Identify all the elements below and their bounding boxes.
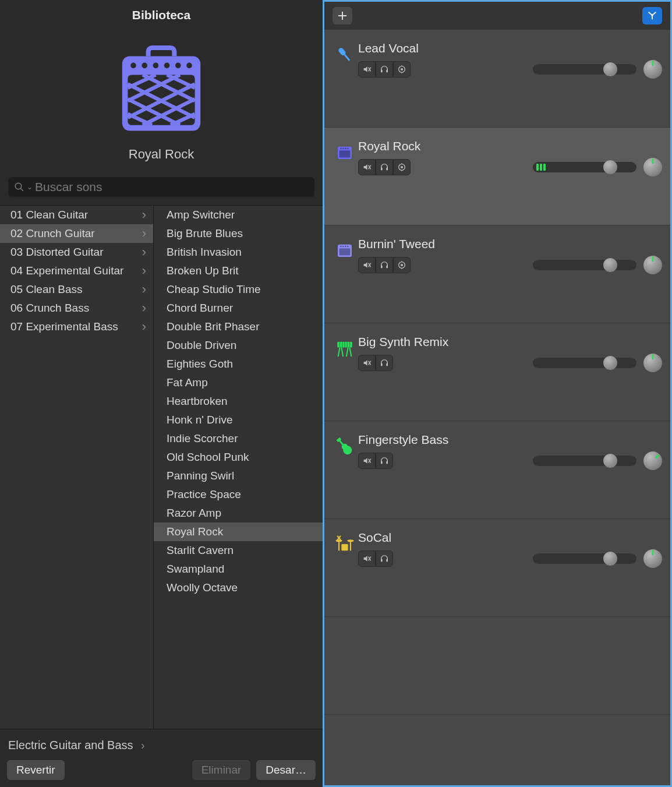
mute-button[interactable] <box>358 159 376 175</box>
library-title: Biblioteca <box>0 0 323 26</box>
mute-button[interactable] <box>358 61 376 77</box>
svg-rect-61 <box>381 363 383 366</box>
track-header[interactable]: Big Synth Remix <box>324 323 670 421</box>
preset-item[interactable]: Old School Punk <box>154 448 323 467</box>
track-header[interactable]: Fingerstyle Bass <box>324 421 670 519</box>
track-header[interactable]: Burnin' Tweed <box>324 225 670 323</box>
svg-point-3 <box>153 63 159 69</box>
category-item[interactable]: 07 Experimental Bass› <box>0 317 153 336</box>
chevron-right-icon: › <box>142 319 146 334</box>
track-buttons <box>358 453 393 469</box>
category-item[interactable]: 02 Crunch Guitar› <box>0 224 153 243</box>
track-name: Fingerstyle Bass <box>358 433 662 447</box>
category-label: 03 Distorted Guitar <box>10 246 103 259</box>
preset-item[interactable]: Double Driven <box>154 336 323 355</box>
empty-track-area[interactable] <box>324 617 670 715</box>
search-menu-chevron-icon[interactable]: ⌄ <box>27 183 33 191</box>
add-track-button[interactable] <box>333 7 352 24</box>
category-item[interactable]: 01 Clean Guitar› <box>0 206 153 224</box>
input-monitor-button[interactable] <box>393 257 411 273</box>
track-list: Lead Vocal Royal Rock Burnin' Tw <box>324 30 670 785</box>
category-item[interactable]: 06 Crunch Bass› <box>0 299 153 317</box>
volume-slider[interactable] <box>533 162 636 172</box>
preset-item[interactable]: British Invasion <box>154 243 323 262</box>
mute-button[interactable] <box>358 257 376 273</box>
preset-item[interactable]: Amp Switcher <box>154 206 323 224</box>
pan-knob[interactable] <box>643 354 662 372</box>
track-buttons <box>358 257 411 273</box>
preset-item[interactable]: Fat Amp <box>154 373 323 392</box>
grid-snap-button[interactable] <box>642 7 662 24</box>
preset-item[interactable]: Cheap Studio Time <box>154 280 323 299</box>
library-footer: Electric Guitar and Bass › Revertir Elim… <box>0 729 323 787</box>
svg-point-32 <box>342 148 344 150</box>
preset-item[interactable]: Eighties Goth <box>154 355 323 373</box>
preset-item[interactable]: Woolly Octave <box>154 578 323 597</box>
svg-point-18 <box>15 183 22 189</box>
input-monitor-button[interactable] <box>393 159 411 175</box>
preset-item[interactable]: Razor Amp <box>154 504 323 523</box>
pan-knob[interactable] <box>643 451 662 470</box>
track-toolbar <box>324 2 670 30</box>
preset-item[interactable]: Swampland <box>154 560 323 578</box>
category-item[interactable]: 05 Clean Bass› <box>0 280 153 299</box>
solo-button[interactable] <box>376 257 393 273</box>
preset-item[interactable]: Indie Scorcher <box>154 429 323 448</box>
solo-button[interactable] <box>376 550 393 567</box>
preset-item[interactable]: Starlit Cavern <box>154 541 323 560</box>
track-icon <box>331 237 358 323</box>
mute-button[interactable] <box>358 550 376 567</box>
input-monitor-button[interactable] <box>393 61 411 77</box>
search-input[interactable]: ⌄ Buscar sons <box>8 177 314 197</box>
chevron-right-icon: › <box>142 263 146 278</box>
svg-point-31 <box>340 148 342 150</box>
solo-button[interactable] <box>376 61 393 77</box>
preset-item[interactable]: Practice Space <box>154 485 323 504</box>
category-item[interactable]: 04 Experimental Guitar› <box>0 262 153 280</box>
preset-item[interactable]: Honk n' Drive <box>154 411 323 429</box>
track-header[interactable]: Lead Vocal <box>324 30 670 128</box>
track-name: Lead Vocal <box>358 41 662 55</box>
library-panel: Biblioteca Royal Rock ⌄ Buscar sons <box>0 0 323 787</box>
chevron-right-icon: › <box>142 301 146 316</box>
track-buttons <box>358 550 393 567</box>
svg-point-44 <box>342 246 344 248</box>
preset-item[interactable]: Heartbroken <box>154 392 323 411</box>
solo-button[interactable] <box>376 355 393 371</box>
svg-rect-25 <box>381 70 383 73</box>
volume-slider[interactable] <box>533 553 636 564</box>
pan-knob[interactable] <box>643 549 662 568</box>
volume-slider[interactable] <box>533 456 636 466</box>
solo-button[interactable] <box>376 159 393 175</box>
svg-line-19 <box>20 188 23 191</box>
preset-item[interactable]: Big Brute Blues <box>154 224 323 243</box>
svg-rect-42 <box>339 248 351 255</box>
pan-knob[interactable] <box>643 158 662 177</box>
preset-item[interactable]: Broken Up Brit <box>154 262 323 280</box>
solo-button[interactable] <box>376 453 393 469</box>
track-header[interactable]: SoCal <box>324 519 670 617</box>
track-header[interactable]: Royal Rock <box>324 128 670 225</box>
svg-rect-38 <box>386 168 388 171</box>
pan-knob[interactable] <box>643 256 662 274</box>
track-icon <box>331 41 358 127</box>
save-button[interactable]: Desar… <box>256 760 316 780</box>
track-icon <box>331 531 358 616</box>
preset-item[interactable]: Royal Rock <box>154 523 323 541</box>
volume-slider[interactable] <box>533 64 636 75</box>
preset-item[interactable]: Chord Burner <box>154 299 323 317</box>
revert-button[interactable]: Revertir <box>7 760 65 780</box>
pan-knob[interactable] <box>643 60 662 79</box>
volume-slider[interactable] <box>533 260 636 270</box>
mute-button[interactable] <box>358 453 376 469</box>
mute-button[interactable] <box>358 355 376 371</box>
breadcrumb[interactable]: Electric Guitar and Bass › <box>7 734 316 760</box>
category-label: 05 Clean Bass <box>10 283 83 296</box>
preset-item[interactable]: Double Brit Phaser <box>154 317 323 336</box>
preset-item[interactable]: Panning Swirl <box>154 467 323 485</box>
svg-point-40 <box>401 166 403 168</box>
volume-slider[interactable] <box>533 358 636 368</box>
category-item[interactable]: 03 Distorted Guitar› <box>0 243 153 262</box>
snap-icon <box>647 10 657 21</box>
track-icon <box>331 335 358 421</box>
